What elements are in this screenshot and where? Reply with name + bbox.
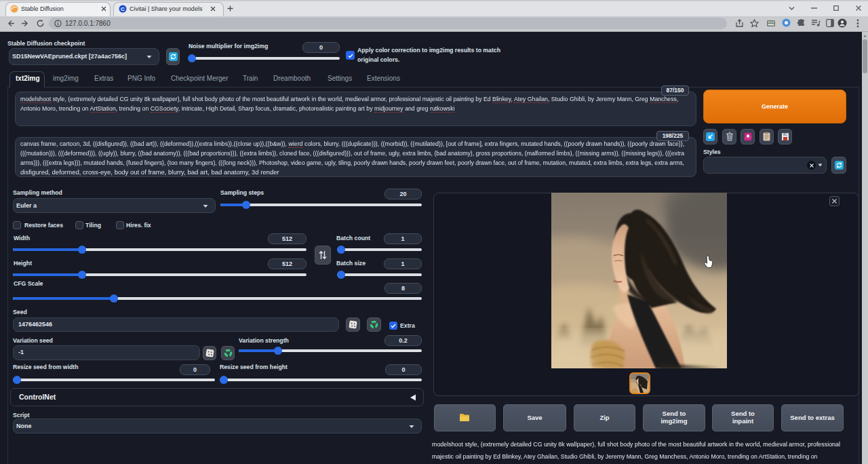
svg-text:C: C <box>121 6 125 12</box>
